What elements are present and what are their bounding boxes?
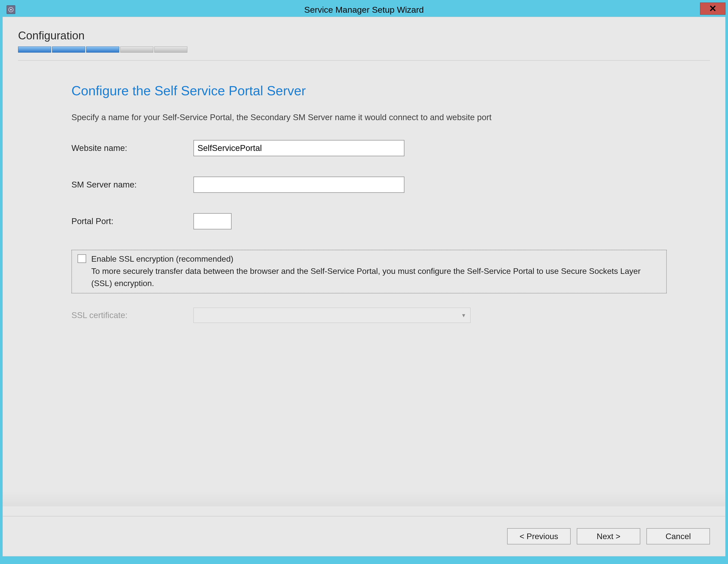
website-name-label: Website name: bbox=[71, 143, 193, 153]
wizard-content: Configure the Self Service Portal Server… bbox=[3, 68, 725, 516]
wizard-window: Service Manager Setup Wizard ✕ Configura… bbox=[0, 0, 728, 559]
ssl-body: To more securely transfer data between t… bbox=[91, 267, 641, 288]
title-bar: Service Manager Setup Wizard ✕ bbox=[3, 3, 725, 17]
window-title: Service Manager Setup Wizard bbox=[3, 5, 725, 15]
header-divider bbox=[18, 60, 710, 61]
next-button[interactable]: Next > bbox=[577, 528, 640, 544]
progress-segment bbox=[154, 47, 187, 53]
close-icon: ✕ bbox=[709, 3, 717, 14]
ssl-text: Enable SSL encryption (recommended) To m… bbox=[91, 253, 661, 289]
section-title: Configuration bbox=[18, 29, 710, 42]
wizard-footer: < Previous Next > Cancel bbox=[3, 516, 725, 556]
website-name-row: Website name: bbox=[71, 140, 667, 156]
ssl-title: Enable SSL encryption (recommended) bbox=[91, 254, 233, 264]
sm-server-name-label: SM Server name: bbox=[71, 180, 193, 190]
portal-port-input[interactable] bbox=[193, 213, 232, 230]
progress-segment bbox=[52, 47, 85, 53]
ssl-certificate-row: SSL certificate: ▾ bbox=[71, 308, 667, 323]
wizard-header: Configuration bbox=[3, 17, 725, 68]
close-button[interactable]: ✕ bbox=[700, 3, 725, 15]
svg-point-1 bbox=[10, 9, 12, 10]
previous-button[interactable]: < Previous bbox=[507, 528, 571, 544]
chevron-down-icon: ▾ bbox=[462, 312, 465, 319]
progress-segment bbox=[86, 47, 119, 53]
sm-server-name-input[interactable] bbox=[193, 177, 404, 193]
sm-server-name-row: SM Server name: bbox=[71, 177, 667, 193]
portal-port-label: Portal Port: bbox=[71, 217, 193, 226]
cancel-button[interactable]: Cancel bbox=[646, 528, 710, 544]
ssl-checkbox[interactable] bbox=[78, 254, 86, 263]
progress-segment bbox=[120, 47, 153, 53]
ssl-encryption-group: Enable SSL encryption (recommended) To m… bbox=[71, 250, 667, 293]
progress-segment bbox=[18, 47, 51, 53]
ssl-certificate-select: ▾ bbox=[193, 308, 471, 323]
ssl-certificate-label: SSL certificate: bbox=[71, 310, 193, 320]
website-name-input[interactable] bbox=[193, 140, 404, 156]
app-icon bbox=[7, 5, 15, 14]
progress-bar bbox=[18, 47, 710, 53]
wizard-panel: Configuration Configure the Self Service… bbox=[3, 17, 725, 556]
page-title: Configure the Self Service Portal Server bbox=[71, 83, 667, 98]
page-description: Specify a name for your Self-Service Por… bbox=[71, 113, 667, 122]
portal-port-row: Portal Port: bbox=[71, 213, 667, 230]
